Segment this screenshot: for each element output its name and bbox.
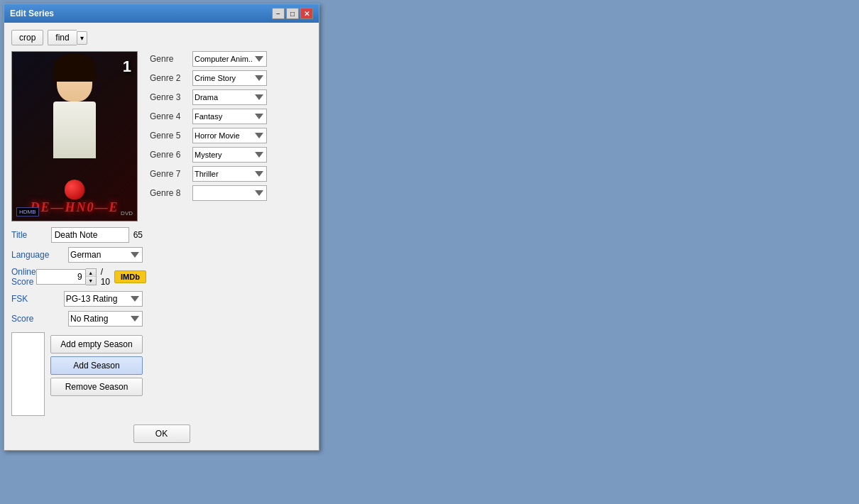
figure-head bbox=[57, 59, 92, 102]
add-season-button[interactable]: Add Season bbox=[50, 356, 143, 375]
season-list[interactable] bbox=[11, 332, 45, 416]
online-score-label: Online Score bbox=[11, 267, 36, 287]
cover-title: DE—HN0—E bbox=[30, 200, 119, 215]
genre-label-8: Genre 8 bbox=[150, 188, 192, 198]
spin-down-button[interactable]: ▼ bbox=[86, 277, 96, 285]
fsk-row: FSK PG-13 Rating No Rating R Rating G Ra… bbox=[11, 291, 143, 307]
genre-row-1: GenreComputer AnimationComputer Anim...C… bbox=[150, 51, 312, 67]
online-score-row: Online Score ▲ ▼ / 10 IMDb bbox=[11, 267, 143, 287]
right-panel: GenreComputer AnimationComputer Anim...C… bbox=[150, 51, 312, 416]
score-select[interactable]: No Rating 1 Star 2 Stars 3 Stars bbox=[68, 311, 143, 327]
genre-label-3: Genre 3 bbox=[150, 92, 192, 102]
bottom-section: Add empty Season Add Season Remove Seaso… bbox=[11, 332, 143, 416]
dvd-badge: DVD bbox=[121, 210, 133, 217]
genre-label-7: Genre 7 bbox=[150, 169, 192, 179]
window-title: Edit Series bbox=[10, 9, 54, 18]
genre-label-1: Genre bbox=[150, 54, 192, 64]
cover-image: DE—HN0—E 1 HDMB DVD bbox=[11, 51, 138, 221]
maximize-button[interactable]: □ bbox=[286, 8, 299, 19]
fsk-select[interactable]: PG-13 Rating No Rating R Rating G Rating bbox=[64, 291, 143, 307]
genre-label-2: Genre 2 bbox=[150, 73, 192, 83]
crop-button[interactable]: crop bbox=[11, 30, 43, 45]
genre-row-2: Genre 2Computer AnimationComputer Anim..… bbox=[150, 70, 312, 86]
genre-select-7[interactable]: Computer AnimationComputer Anim...Crime … bbox=[192, 166, 267, 182]
genre-label-6: Genre 6 bbox=[150, 150, 192, 160]
genre-select-2[interactable]: Computer AnimationComputer Anim...Crime … bbox=[192, 70, 267, 86]
title-bar: Edit Series − □ ✕ bbox=[4, 4, 319, 23]
season-buttons: Add empty Season Add Season Remove Seaso… bbox=[50, 332, 143, 416]
cover-bg: DE—HN0—E 1 HDMB DVD bbox=[12, 52, 137, 221]
genre-label-5: Genre 5 bbox=[150, 131, 192, 141]
genre-select-6[interactable]: Computer AnimationComputer Anim...Crime … bbox=[192, 147, 267, 163]
left-panel: DE—HN0—E 1 HDMB DVD Title bbox=[11, 51, 143, 416]
genre-row-8: Genre 8Computer AnimationComputer Anim..… bbox=[150, 185, 312, 201]
window-controls: − □ ✕ bbox=[272, 8, 313, 19]
genre-select-1[interactable]: Computer AnimationComputer Anim...Crime … bbox=[192, 51, 267, 67]
online-score-input[interactable] bbox=[36, 269, 86, 285]
ok-button[interactable]: OK bbox=[133, 424, 190, 443]
score-spinner: ▲ ▼ bbox=[86, 268, 97, 285]
score-input-group: ▲ ▼ / 10 IMDb bbox=[36, 267, 146, 287]
spin-up-button[interactable]: ▲ bbox=[86, 269, 96, 277]
figure-body bbox=[53, 102, 96, 158]
figure bbox=[39, 59, 110, 180]
find-dropdown-button[interactable]: ▾ bbox=[77, 31, 87, 45]
genre-select-4[interactable]: Computer AnimationComputer Anim...Crime … bbox=[192, 109, 267, 124]
genre-row-5: Genre 5Computer AnimationComputer Anim..… bbox=[150, 128, 312, 143]
genre-row-7: Genre 7Computer AnimationComputer Anim..… bbox=[150, 166, 312, 182]
genre-select-3[interactable]: Computer AnimationComputer Anim...Crime … bbox=[192, 89, 267, 105]
language-select[interactable]: German English French bbox=[68, 247, 143, 263]
add-empty-season-button[interactable]: Add empty Season bbox=[50, 335, 143, 354]
window-body: crop find ▾ bbox=[4, 23, 319, 450]
genre-container: GenreComputer AnimationComputer Anim...C… bbox=[150, 51, 312, 201]
genre-select-5[interactable]: Computer AnimationComputer Anim...Crime … bbox=[192, 128, 267, 143]
fsk-label: FSK bbox=[11, 294, 64, 304]
toolbar: crop find ▾ bbox=[11, 30, 312, 45]
title-input[interactable] bbox=[51, 227, 129, 243]
score-out-of: / 10 bbox=[101, 267, 110, 287]
fields-section: Title 65 Language German English French bbox=[11, 227, 143, 327]
title-number: 65 bbox=[133, 230, 143, 240]
close-button[interactable]: ✕ bbox=[300, 8, 313, 19]
genre-select-8[interactable]: Computer AnimationComputer Anim...Crime … bbox=[192, 185, 267, 201]
apple bbox=[65, 180, 84, 199]
hd-badge: HDMB bbox=[16, 207, 39, 217]
main-content: DE—HN0—E 1 HDMB DVD Title bbox=[11, 51, 312, 416]
ok-row: OK bbox=[11, 424, 312, 443]
find-button[interactable]: find bbox=[48, 30, 76, 45]
title-row: Title 65 bbox=[11, 227, 143, 243]
remove-season-button[interactable]: Remove Season bbox=[50, 378, 143, 396]
figure-hair bbox=[53, 53, 96, 82]
genre-row-6: Genre 6Computer AnimationComputer Anim..… bbox=[150, 147, 312, 163]
score-row: Score No Rating 1 Star 2 Stars 3 Stars bbox=[11, 311, 143, 327]
genre-row-3: Genre 3Computer AnimationComputer Anim..… bbox=[150, 89, 312, 105]
imdb-button[interactable]: IMDb bbox=[114, 270, 146, 283]
edit-series-window: Edit Series − □ ✕ crop find ▾ bbox=[4, 4, 319, 451]
title-label: Title bbox=[11, 230, 51, 240]
score-label: Score bbox=[11, 314, 68, 324]
find-group: find ▾ bbox=[48, 30, 87, 45]
minimize-button[interactable]: − bbox=[272, 8, 285, 19]
genre-row-4: Genre 4Computer AnimationComputer Anim..… bbox=[150, 109, 312, 124]
language-row: Language German English French bbox=[11, 247, 143, 263]
language-label: Language bbox=[11, 250, 68, 260]
genre-label-4: Genre 4 bbox=[150, 111, 192, 121]
cover-number: 1 bbox=[123, 57, 131, 76]
